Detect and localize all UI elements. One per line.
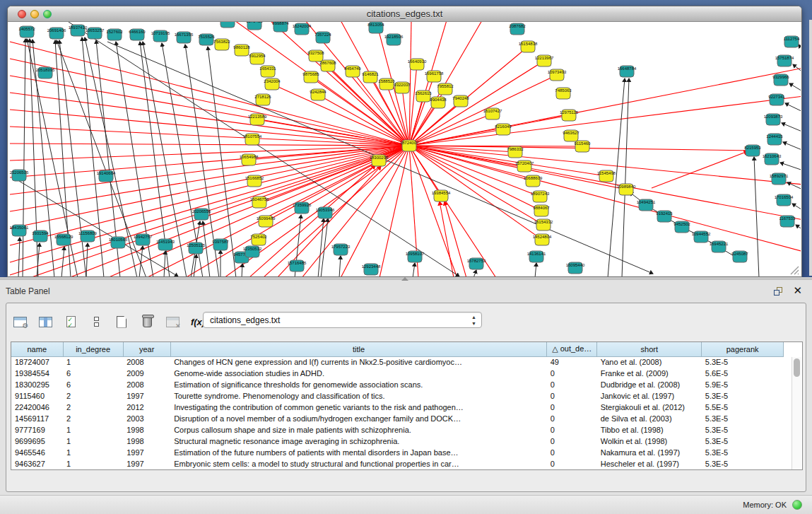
- graph-node[interactable]: 6466160: [129, 29, 146, 40]
- graph-node[interactable]: 7986332: [507, 146, 524, 158]
- graph-node[interactable]: 10958107: [406, 251, 425, 262]
- table-row[interactable]: 946362711997Embryonic stem cells: a mode…: [11, 458, 784, 469]
- graph-node[interactable]: 12505115: [187, 243, 206, 254]
- graph-node[interactable]: 9463627: [563, 130, 579, 141]
- graph-node[interactable]: 9875685: [302, 71, 319, 83]
- graph-node[interactable]: 23206505: [10, 170, 29, 181]
- table-row[interactable]: 969969511998Structural magnetic resonanc…: [11, 436, 784, 447]
- close-panel-icon[interactable]: ✕: [793, 285, 802, 296]
- table-row[interactable]: 1830029562008Estimation of significance …: [11, 379, 784, 390]
- graph-node[interactable]: 16107427: [483, 108, 502, 119]
- panel-splitter[interactable]: [0, 277, 812, 280]
- graph-node[interactable]: 15892971: [770, 173, 789, 185]
- graph-node[interactable]: 9242844: [310, 89, 326, 100]
- column-header-0[interactable]: name: [11, 342, 63, 356]
- graph-node[interactable]: 20518395: [36, 67, 55, 78]
- graph-node[interactable]: 12213967: [535, 55, 554, 66]
- graph-node[interactable]: 9245087: [731, 251, 748, 262]
- graph-node[interactable]: 17957223: [331, 244, 351, 255]
- graph-node[interactable]: 9904438: [430, 97, 447, 108]
- graph-node[interactable]: 2087682: [509, 23, 526, 35]
- graph-node[interactable]: 7525402: [250, 234, 267, 245]
- graph-node[interactable]: 9192415: [656, 211, 673, 222]
- graph-node[interactable]: 18907243: [531, 191, 550, 202]
- graph-node[interactable]: 18300295: [370, 155, 389, 166]
- graph-node[interactable]: 11451943: [156, 239, 175, 250]
- graph-node[interactable]: 20206556: [192, 209, 211, 220]
- window-titlebar[interactable]: citations_edges.txt: [8, 6, 801, 22]
- graph-node[interactable]: 16210643: [763, 153, 782, 165]
- table-row[interactable]: 977716911998Corpus callosum shape and si…: [11, 424, 784, 436]
- graph-node[interactable]: 7955812: [437, 83, 454, 95]
- graph-node[interactable]: 10989840: [617, 184, 636, 195]
- graph-node[interactable]: 15568129: [54, 234, 73, 245]
- graph-node[interactable]: 7940248: [452, 95, 469, 107]
- graph-node[interactable]: 15751874: [775, 55, 794, 66]
- graph-node[interactable]: 16242004: [293, 23, 312, 35]
- column-header-6[interactable]: pagerank: [702, 342, 784, 356]
- graph-node[interactable]: 17359926: [293, 202, 312, 214]
- graph-node[interactable]: 18435061: [10, 225, 29, 236]
- column-header-3[interactable]: title: [170, 342, 547, 356]
- graph-node[interactable]: 14136141: [527, 251, 546, 262]
- graph-node[interactable]: 19140664: [97, 170, 116, 182]
- vertical-scrollbar[interactable]: [792, 357, 801, 470]
- graph-node[interactable]: 1244415: [766, 134, 783, 145]
- graph-node[interactable]: 15166852: [245, 175, 264, 187]
- graph-node[interactable]: 14524804: [533, 234, 552, 245]
- graph-node[interactable]: 7357224: [314, 32, 331, 43]
- graph-node[interactable]: 8215953: [744, 145, 761, 156]
- graph-node[interactable]: 16154332: [534, 219, 553, 230]
- float-panel-icon[interactable]: [774, 287, 784, 296]
- graph-node[interactable]: 16782753: [467, 258, 486, 269]
- table-row[interactable]: 1872400712008Changes of HCN gene express…: [11, 356, 784, 368]
- graph-node[interactable]: 8813054: [367, 22, 384, 33]
- graph-node[interactable]: 7485063: [555, 88, 572, 99]
- graph-node[interactable]: 18010565: [109, 237, 128, 248]
- column-header-5[interactable]: short: [597, 342, 702, 356]
- table-row[interactable]: 2242004622012Investigating the contribut…: [11, 402, 784, 413]
- table-row[interactable]: 911546021997Tourette syndrome. Phenomeno…: [11, 390, 784, 402]
- graph-node[interactable]: 5912954: [249, 53, 266, 64]
- graph-node[interactable]: 9397587: [212, 239, 229, 250]
- graph-node[interactable]: 18724007: [400, 140, 419, 151]
- graph-node[interactable]: 12923448: [362, 264, 381, 275]
- splitter-handle-icon[interactable]: [401, 277, 408, 281]
- graph-node[interactable]: 9329966: [772, 74, 789, 86]
- graph-node[interactable]: 13942757: [134, 234, 153, 245]
- graph-node[interactable]: 10719195: [151, 30, 170, 42]
- graph-node[interactable]: 15716485: [288, 260, 307, 271]
- graph-node[interactable]: 16046756: [250, 197, 269, 208]
- graph-node[interactable]: 10494251: [637, 199, 656, 211]
- table-row[interactable]: 946554611997Estimation of the future num…: [11, 447, 784, 458]
- graph-node[interactable]: 10973493: [548, 69, 567, 81]
- column-header-2[interactable]: year: [123, 342, 170, 356]
- graph-node[interactable]: 12975115: [560, 110, 579, 121]
- table-options-button[interactable]: ⚙: [11, 312, 29, 332]
- graph-node[interactable]: 11545498: [597, 170, 616, 182]
- graph-node[interactable]: 1112754: [784, 36, 800, 47]
- graph-node[interactable]: 12350512: [243, 246, 262, 257]
- graph-node[interactable]: 1275413: [246, 22, 263, 30]
- graph-node[interactable]: 9227341: [768, 94, 785, 105]
- column-mode-button[interactable]: [87, 312, 105, 332]
- graph-node[interactable]: 2240608: [219, 22, 236, 28]
- network-canvas[interactable]: 1405572206914061893741010653257152760264…: [8, 22, 801, 276]
- graph-node[interactable]: 16640910: [408, 59, 427, 70]
- graph-node[interactable]: 7515526: [198, 34, 215, 45]
- graph-node[interactable]: 16099489: [257, 216, 276, 227]
- citation-network-graph[interactable]: 1405572206914061893741010653257152760264…: [8, 22, 801, 276]
- table-row[interactable]: 1938455462009Genome-wide association stu…: [11, 368, 784, 379]
- graph-node[interactable]: 9452502: [673, 221, 690, 233]
- graph-node[interactable]: 16154838: [519, 41, 538, 52]
- graph-node[interactable]: 1405572: [18, 26, 35, 37]
- graph-node[interactable]: 8216049: [495, 124, 512, 135]
- graph-node[interactable]: 10653257: [86, 28, 105, 39]
- graph-node[interactable]: 12213589: [248, 114, 267, 125]
- graph-node[interactable]: 2718126: [254, 94, 271, 105]
- graph-node[interactable]: 9146821: [362, 71, 379, 83]
- graph-node[interactable]: 10944552: [692, 231, 711, 243]
- graph-node[interactable]: 12093873: [764, 114, 783, 125]
- graph-node[interactable]: 3931594: [32, 230, 49, 242]
- table-selector-dropdown[interactable]: citations_edges.txt ▲▼: [203, 312, 482, 328]
